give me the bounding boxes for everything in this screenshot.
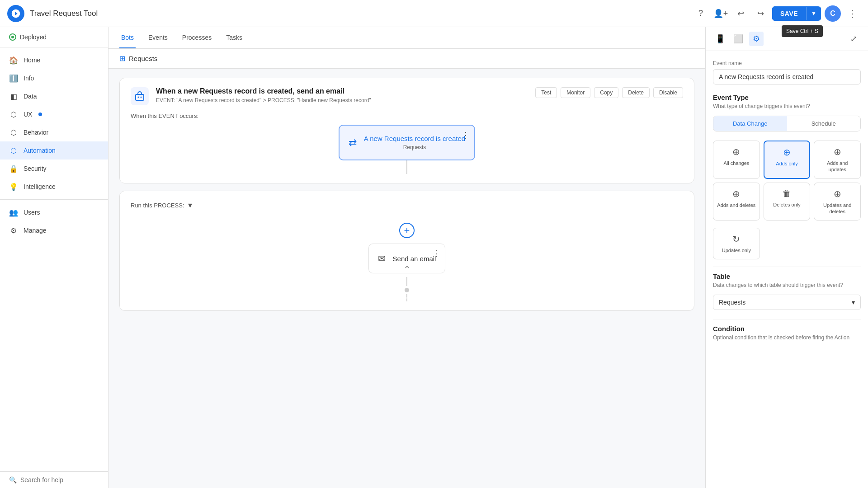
- redo-icon[interactable]: ↪: [752, 5, 769, 22]
- all-changes-label: All changes: [723, 160, 749, 166]
- sidebar-item-label-automation: Automation: [24, 147, 56, 154]
- copy-button[interactable]: Copy: [594, 87, 618, 98]
- cursor-indicator: ⌃: [403, 264, 411, 275]
- help-icon[interactable]: ?: [693, 5, 709, 22]
- email-icon: ✉: [378, 253, 386, 264]
- sidebar-item-manage[interactable]: ⚙ Manage: [0, 221, 108, 239]
- email-action-card[interactable]: ⋮ ✉ Send an email ⌃: [368, 244, 446, 273]
- table-dropdown[interactable]: Requests ▾: [713, 295, 861, 310]
- delete-button[interactable]: Delete: [622, 87, 650, 98]
- event-type-tabs: Data Change Schedule: [713, 116, 861, 131]
- sidebar-item-automation[interactable]: ⬡ Automation: [0, 141, 108, 160]
- connector-line-1: [131, 160, 683, 174]
- adds-updates-icon: ⊕: [834, 146, 841, 157]
- test-button[interactable]: Test: [535, 87, 557, 98]
- save-dropdown-button[interactable]: ▼: [806, 7, 821, 20]
- condition-group: Condition Optional condition that is che…: [713, 325, 861, 341]
- more-options-button[interactable]: ⋮: [844, 5, 861, 22]
- sidebar-item-behavior[interactable]: ⬡ Behavior: [0, 123, 108, 141]
- event-option-adds-updates[interactable]: ⊕ Adds and updates: [814, 141, 861, 179]
- deletes-only-icon: 🗑: [782, 188, 791, 199]
- event-option-deletes-only[interactable]: 🗑 Deletes only: [764, 183, 811, 221]
- ux-badge: [38, 113, 42, 116]
- add-step-button[interactable]: +: [399, 223, 415, 238]
- condition-sub: Optional condition that is checked befor…: [713, 334, 861, 341]
- sidebar-item-label-ux: UX: [24, 111, 32, 118]
- bot-actions: Test Monitor Copy Delete Disable: [535, 87, 683, 98]
- when-event-label: When this EVENT occurs:: [131, 113, 683, 119]
- disable-button[interactable]: Disable: [653, 87, 683, 98]
- process-dropdown-button[interactable]: ▾: [188, 200, 192, 210]
- process-header: Run this PROCESS: ▾: [131, 200, 683, 210]
- event-trigger-card[interactable]: ⋮ ⇄ A new Requests record is created Req…: [339, 125, 475, 160]
- trigger-text: A new Requests record is created: [364, 135, 465, 142]
- undo-icon[interactable]: ↩: [732, 5, 749, 22]
- split-view-icon[interactable]: ⬜: [731, 32, 745, 46]
- process-label: Run this PROCESS:: [131, 202, 184, 209]
- tab-bots[interactable]: Bots: [119, 28, 136, 48]
- event-type-title: Event Type: [713, 94, 861, 101]
- manage-icon: ⚙: [9, 226, 18, 235]
- search-input[interactable]: [20, 476, 99, 483]
- search-help[interactable]: 🔍: [0, 471, 108, 488]
- end-dots: [131, 277, 683, 301]
- sidebar-item-info[interactable]: ℹ️ Info: [0, 69, 108, 87]
- save-tooltip: Save Ctrl + S: [782, 25, 823, 37]
- trigger-card-menu[interactable]: ⋮: [462, 130, 470, 140]
- email-action-label: Send an email: [393, 255, 436, 263]
- panel-divider-1: [713, 267, 861, 267]
- tab-tasks[interactable]: Tasks: [224, 28, 244, 48]
- deployed-dot-icon: [9, 33, 16, 41]
- sidebar-item-data[interactable]: ◧ Data: [0, 87, 108, 105]
- sidebar-item-intelligence[interactable]: 💡 Intelligence: [0, 178, 108, 196]
- event-type-tab-schedule[interactable]: Schedule: [787, 116, 861, 131]
- mobile-view-icon[interactable]: 📱: [713, 32, 727, 46]
- event-options-grid: ⊕ All changes ⊕ Adds only ⊕ Adds and upd…: [713, 141, 861, 221]
- table-group: Table Data changes to which table should…: [713, 272, 861, 310]
- event-option-updates-deletes[interactable]: ⊕ Updates and deletes: [814, 183, 861, 221]
- save-button[interactable]: SAVE: [772, 6, 806, 21]
- end-dot-1: [405, 288, 409, 292]
- expand-icon[interactable]: ⤢: [846, 32, 861, 46]
- settings-icon[interactable]: ⚙: [749, 32, 764, 46]
- updates-deletes-label: Updates and deletes: [818, 202, 857, 215]
- table-value: Requests: [719, 299, 745, 306]
- security-icon: 🔒: [9, 164, 18, 173]
- tab-events[interactable]: Events: [146, 28, 170, 48]
- canvas-area: When a new Requests record is created, s…: [108, 69, 705, 488]
- email-card-menu[interactable]: ⋮: [432, 249, 440, 258]
- behavior-icon: ⬡: [9, 128, 18, 137]
- panel-content: Event name A new Requests record is crea…: [706, 51, 868, 488]
- event-option-adds-only[interactable]: ⊕ Adds only: [764, 141, 811, 179]
- avatar-button[interactable]: C: [825, 5, 841, 22]
- sidebar-nav: 🏠 Home ℹ️ Info ◧ Data ⬡ UX ⬡ Behavior ⬡: [0, 47, 108, 471]
- sidebar-item-home[interactable]: 🏠 Home: [0, 51, 108, 69]
- info-icon: ℹ️: [9, 74, 18, 83]
- condition-title: Condition: [713, 325, 861, 333]
- bot-title: When a new Requests record is created, s…: [156, 87, 528, 95]
- breadcrumb-row: ⊞ Requests: [108, 49, 705, 69]
- event-name-label: Event name: [713, 60, 861, 66]
- monitor-button[interactable]: Monitor: [561, 87, 590, 98]
- app-title: Travel Request Tool: [30, 9, 687, 18]
- trigger-sub: Requests: [364, 144, 465, 150]
- event-type-tab-data-change[interactable]: Data Change: [713, 116, 787, 131]
- event-name-group: Event name A new Requests record is crea…: [713, 60, 861, 84]
- sidebar-item-security[interactable]: 🔒 Security: [0, 160, 108, 178]
- event-option-adds-deletes[interactable]: ⊕ Adds and deletes: [713, 183, 760, 221]
- all-changes-icon: ⊕: [732, 146, 740, 157]
- sidebar-item-label-data: Data: [24, 93, 37, 100]
- add-user-icon[interactable]: 👤+: [712, 5, 729, 22]
- content-tabs: Bots Events Processes Tasks: [108, 27, 705, 49]
- home-icon: 🏠: [9, 56, 18, 65]
- sidebar-item-users[interactable]: 👥 Users: [0, 203, 108, 221]
- table-sub: Data changes to which table should trigg…: [713, 282, 861, 288]
- event-option-updates-only[interactable]: ↻ Updates only: [713, 228, 760, 259]
- right-panel: 📱 ⬜ ⚙ ⤢ Event name A new Requests record…: [705, 27, 868, 488]
- bot-card: When a new Requests record is created, s…: [119, 78, 694, 183]
- tab-processes[interactable]: Processes: [180, 28, 213, 48]
- event-name-value[interactable]: A new Requests record is created: [713, 69, 861, 84]
- event-option-all-changes[interactable]: ⊕ All changes: [713, 141, 760, 179]
- sidebar-item-ux[interactable]: ⬡ UX: [0, 105, 108, 123]
- bot-info: When a new Requests record is created, s…: [156, 87, 528, 103]
